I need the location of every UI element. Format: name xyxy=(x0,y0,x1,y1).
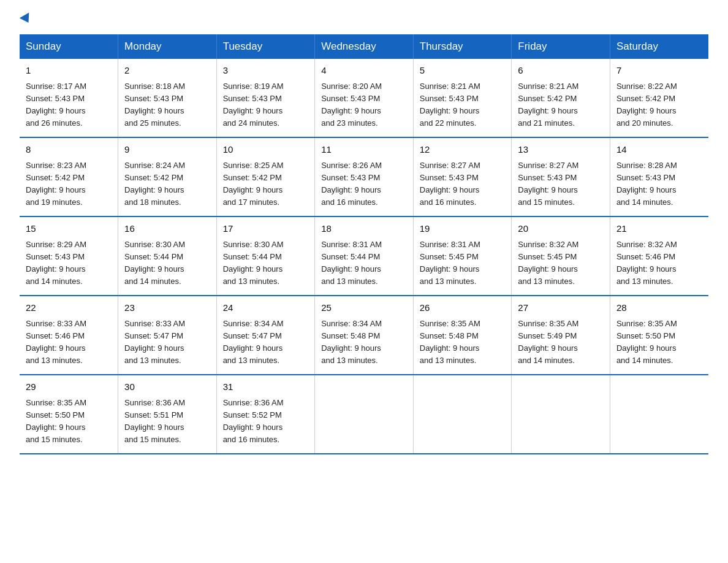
day-info: Sunrise: 8:25 AMSunset: 5:42 PMDaylight:… xyxy=(223,159,309,209)
calendar-cell: 1Sunrise: 8:17 AMSunset: 5:43 PMDaylight… xyxy=(20,59,118,137)
calendar-week-row: 29Sunrise: 8:35 AMSunset: 5:50 PMDayligh… xyxy=(20,375,708,454)
calendar-header-row: SundayMondayTuesdayWednesdayThursdayFrid… xyxy=(20,34,708,59)
day-number: 12 xyxy=(420,143,506,157)
calendar-cell: 13Sunrise: 8:27 AMSunset: 5:43 PMDayligh… xyxy=(512,137,610,216)
day-number: 3 xyxy=(223,64,309,78)
day-number: 24 xyxy=(223,301,309,315)
day-info: Sunrise: 8:24 AMSunset: 5:42 PMDaylight:… xyxy=(124,159,210,209)
calendar-cell: 2Sunrise: 8:18 AMSunset: 5:43 PMDaylight… xyxy=(118,59,217,137)
calendar-cell: 4Sunrise: 8:20 AMSunset: 5:43 PMDaylight… xyxy=(315,59,414,137)
day-info: Sunrise: 8:33 AMSunset: 5:47 PMDaylight:… xyxy=(124,318,210,367)
day-number: 27 xyxy=(518,301,604,315)
day-number: 11 xyxy=(321,143,407,157)
day-info: Sunrise: 8:31 AMSunset: 5:44 PMDaylight:… xyxy=(321,239,407,288)
day-info: Sunrise: 8:33 AMSunset: 5:46 PMDaylight:… xyxy=(26,318,112,367)
day-info: Sunrise: 8:22 AMSunset: 5:42 PMDaylight:… xyxy=(616,80,702,130)
column-header-monday: Monday xyxy=(118,34,217,59)
column-header-wednesday: Wednesday xyxy=(315,34,414,59)
day-info: Sunrise: 8:32 AMSunset: 5:46 PMDaylight:… xyxy=(616,239,702,288)
calendar-cell: 31Sunrise: 8:36 AMSunset: 5:52 PMDayligh… xyxy=(216,375,315,454)
day-info: Sunrise: 8:32 AMSunset: 5:45 PMDaylight:… xyxy=(518,239,604,288)
calendar-cell: 16Sunrise: 8:30 AMSunset: 5:44 PMDayligh… xyxy=(118,216,217,296)
calendar-cell: 10Sunrise: 8:25 AMSunset: 5:42 PMDayligh… xyxy=(216,137,315,216)
calendar-cell: 27Sunrise: 8:35 AMSunset: 5:49 PMDayligh… xyxy=(512,296,610,375)
page-header xyxy=(20,15,708,23)
calendar-cell xyxy=(512,375,610,454)
day-info: Sunrise: 8:26 AMSunset: 5:43 PMDaylight:… xyxy=(321,159,407,209)
calendar-cell: 3Sunrise: 8:19 AMSunset: 5:43 PMDaylight… xyxy=(216,59,315,137)
calendar-cell: 8Sunrise: 8:23 AMSunset: 5:42 PMDaylight… xyxy=(20,137,118,216)
day-number: 22 xyxy=(26,301,112,315)
day-info: Sunrise: 8:35 AMSunset: 5:50 PMDaylight:… xyxy=(616,318,702,367)
day-info: Sunrise: 8:35 AMSunset: 5:48 PMDaylight:… xyxy=(420,318,506,367)
day-number: 17 xyxy=(223,222,309,236)
day-number: 26 xyxy=(420,301,506,315)
calendar-cell: 21Sunrise: 8:32 AMSunset: 5:46 PMDayligh… xyxy=(610,216,708,296)
logo-arrow-icon xyxy=(20,12,34,25)
calendar-week-row: 8Sunrise: 8:23 AMSunset: 5:42 PMDaylight… xyxy=(20,137,708,216)
day-info: Sunrise: 8:35 AMSunset: 5:50 PMDaylight:… xyxy=(26,397,112,446)
day-info: Sunrise: 8:35 AMSunset: 5:49 PMDaylight:… xyxy=(518,318,604,367)
calendar-cell xyxy=(413,375,512,454)
calendar-cell: 15Sunrise: 8:29 AMSunset: 5:43 PMDayligh… xyxy=(20,216,118,296)
day-number: 9 xyxy=(124,143,210,157)
day-number: 13 xyxy=(518,143,604,157)
calendar-cell: 20Sunrise: 8:32 AMSunset: 5:45 PMDayligh… xyxy=(512,216,610,296)
day-number: 7 xyxy=(616,64,702,78)
calendar-week-row: 15Sunrise: 8:29 AMSunset: 5:43 PMDayligh… xyxy=(20,216,708,296)
calendar-cell: 28Sunrise: 8:35 AMSunset: 5:50 PMDayligh… xyxy=(610,296,708,375)
day-info: Sunrise: 8:17 AMSunset: 5:43 PMDaylight:… xyxy=(26,80,112,130)
calendar-cell: 11Sunrise: 8:26 AMSunset: 5:43 PMDayligh… xyxy=(315,137,414,216)
day-info: Sunrise: 8:34 AMSunset: 5:47 PMDaylight:… xyxy=(223,318,309,367)
day-info: Sunrise: 8:18 AMSunset: 5:43 PMDaylight:… xyxy=(124,80,210,130)
day-number: 18 xyxy=(321,222,407,236)
day-info: Sunrise: 8:20 AMSunset: 5:43 PMDaylight:… xyxy=(321,80,407,130)
day-info: Sunrise: 8:19 AMSunset: 5:43 PMDaylight:… xyxy=(223,80,309,130)
day-info: Sunrise: 8:30 AMSunset: 5:44 PMDaylight:… xyxy=(124,239,210,288)
day-info: Sunrise: 8:21 AMSunset: 5:43 PMDaylight:… xyxy=(420,80,506,130)
day-number: 6 xyxy=(518,64,604,78)
calendar-cell: 24Sunrise: 8:34 AMSunset: 5:47 PMDayligh… xyxy=(216,296,315,375)
calendar-cell xyxy=(315,375,414,454)
calendar-week-row: 1Sunrise: 8:17 AMSunset: 5:43 PMDaylight… xyxy=(20,59,708,137)
day-number: 8 xyxy=(26,143,112,157)
calendar-week-row: 22Sunrise: 8:33 AMSunset: 5:46 PMDayligh… xyxy=(20,296,708,375)
column-header-sunday: Sunday xyxy=(20,34,118,59)
day-number: 14 xyxy=(616,143,702,157)
calendar-cell: 14Sunrise: 8:28 AMSunset: 5:43 PMDayligh… xyxy=(610,137,708,216)
day-number: 28 xyxy=(616,301,702,315)
column-header-saturday: Saturday xyxy=(610,34,708,59)
day-info: Sunrise: 8:27 AMSunset: 5:43 PMDaylight:… xyxy=(420,159,506,209)
day-info: Sunrise: 8:31 AMSunset: 5:45 PMDaylight:… xyxy=(420,239,506,288)
calendar-table: SundayMondayTuesdayWednesdayThursdayFrid… xyxy=(20,34,708,454)
day-info: Sunrise: 8:34 AMSunset: 5:48 PMDaylight:… xyxy=(321,318,407,367)
day-number: 15 xyxy=(26,222,112,236)
day-number: 29 xyxy=(26,380,112,394)
day-info: Sunrise: 8:23 AMSunset: 5:42 PMDaylight:… xyxy=(26,159,112,209)
calendar-cell: 26Sunrise: 8:35 AMSunset: 5:48 PMDayligh… xyxy=(413,296,512,375)
day-number: 25 xyxy=(321,301,407,315)
calendar-cell: 23Sunrise: 8:33 AMSunset: 5:47 PMDayligh… xyxy=(118,296,217,375)
day-number: 19 xyxy=(420,222,506,236)
calendar-cell: 25Sunrise: 8:34 AMSunset: 5:48 PMDayligh… xyxy=(315,296,414,375)
calendar-cell: 12Sunrise: 8:27 AMSunset: 5:43 PMDayligh… xyxy=(413,137,512,216)
calendar-cell: 30Sunrise: 8:36 AMSunset: 5:51 PMDayligh… xyxy=(118,375,217,454)
logo xyxy=(20,15,32,23)
column-header-friday: Friday xyxy=(512,34,610,59)
day-number: 31 xyxy=(223,380,309,394)
column-header-thursday: Thursday xyxy=(413,34,512,59)
day-number: 4 xyxy=(321,64,407,78)
day-number: 23 xyxy=(124,301,210,315)
day-number: 10 xyxy=(223,143,309,157)
calendar-cell: 5Sunrise: 8:21 AMSunset: 5:43 PMDaylight… xyxy=(413,59,512,137)
day-info: Sunrise: 8:28 AMSunset: 5:43 PMDaylight:… xyxy=(616,159,702,209)
day-number: 1 xyxy=(26,64,112,78)
calendar-cell: 29Sunrise: 8:35 AMSunset: 5:50 PMDayligh… xyxy=(20,375,118,454)
day-info: Sunrise: 8:27 AMSunset: 5:43 PMDaylight:… xyxy=(518,159,604,209)
day-number: 30 xyxy=(124,380,210,394)
day-number: 16 xyxy=(124,222,210,236)
day-number: 5 xyxy=(420,64,506,78)
day-number: 21 xyxy=(616,222,702,236)
calendar-cell: 17Sunrise: 8:30 AMSunset: 5:44 PMDayligh… xyxy=(216,216,315,296)
calendar-cell: 6Sunrise: 8:21 AMSunset: 5:42 PMDaylight… xyxy=(512,59,610,137)
